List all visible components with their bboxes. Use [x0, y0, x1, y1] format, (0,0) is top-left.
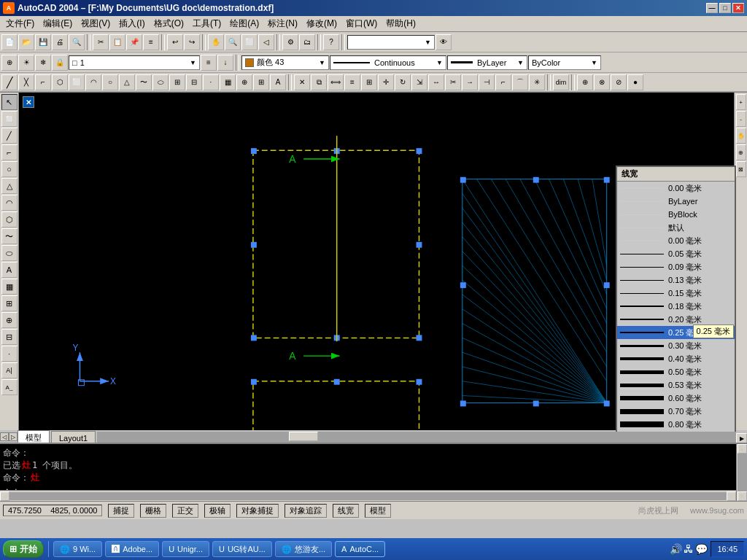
- undo-button[interactable]: ↩: [167, 34, 183, 50]
- cmd-hscroll[interactable]: ◁ ▷: [0, 490, 736, 501]
- cut-button[interactable]: ✂: [93, 34, 109, 50]
- print-preview-button[interactable]: 🔍: [69, 34, 85, 50]
- lw-item-060[interactable]: 0.60 毫米: [617, 392, 735, 405]
- horizontal-scrollbar[interactable]: ◁ ▷ 模型 Layout1 ▶: [0, 432, 747, 443]
- lw-item-018[interactable]: 0.18 毫米: [617, 300, 735, 313]
- zoom-previous-button[interactable]: ◁: [258, 34, 274, 50]
- layer-manager-button[interactable]: ⊕: [1, 55, 18, 71]
- ellipse-button[interactable]: ⬭: [152, 74, 169, 90]
- properties-button[interactable]: ⚙: [282, 34, 298, 50]
- menu-file[interactable]: 文件(F): [1, 16, 39, 31]
- lw-item-005[interactable]: 0.05 毫米: [617, 247, 735, 260]
- mirror-button[interactable]: ⟺: [328, 74, 344, 90]
- lw-item-080[interactable]: 0.80 毫米: [617, 418, 735, 431]
- cmd-hscroll-track[interactable]: [9, 492, 727, 500]
- lt-btn-4[interactable]: ⌐: [1, 144, 18, 160]
- point-button[interactable]: ·: [203, 74, 219, 90]
- copy-obj-button[interactable]: ⧉: [311, 74, 327, 90]
- zoom-realtime-button[interactable]: 🔍: [225, 34, 241, 50]
- lt-btn-3[interactable]: ╱: [1, 128, 18, 144]
- lt-btn-15[interactable]: ⊟: [1, 329, 18, 345]
- lt-btn-5[interactable]: ○: [1, 161, 18, 177]
- lw-item-byblock[interactable]: ByBlock: [617, 208, 735, 221]
- lt-btn-18[interactable]: A_: [1, 379, 18, 395]
- menu-draw[interactable]: 绘图(A): [225, 16, 263, 31]
- lw-item-bylayer[interactable]: ByLayer: [617, 195, 735, 208]
- copy-button[interactable]: 📋: [109, 34, 125, 50]
- lineweight-select[interactable]: ByLayer ▼: [447, 55, 527, 70]
- cmd-hscroll-right[interactable]: ▷: [727, 491, 736, 501]
- model-button[interactable]: 模型: [365, 504, 391, 518]
- lw-item-0[interactable]: 0.00 毫米: [617, 182, 735, 195]
- taskbar-item-5[interactable]: A AutoC...: [335, 541, 385, 557]
- menu-window[interactable]: 窗口(W): [341, 16, 382, 31]
- restore-button[interactable]: □: [719, 3, 731, 13]
- cmd-vscroll[interactable]: ▲ ▼: [736, 444, 747, 501]
- cursor-tool[interactable]: ↖: [1, 94, 18, 110]
- mtext-button[interactable]: A: [270, 74, 286, 90]
- pan-button[interactable]: ✋: [208, 34, 224, 50]
- xline-button[interactable]: ╳: [18, 74, 34, 90]
- circle-button[interactable]: ○: [102, 74, 118, 90]
- cmd-scroll-up[interactable]: ▲: [738, 444, 747, 454]
- lt-btn-7[interactable]: ◠: [1, 195, 18, 211]
- tab-left-btn[interactable]: ◁: [0, 432, 9, 441]
- erase-button[interactable]: ✕: [294, 74, 310, 90]
- layer-prev-button[interactable]: ≡: [201, 55, 217, 71]
- extra-btn1[interactable]: ⊕: [577, 74, 593, 90]
- move-button[interactable]: ✛: [378, 74, 394, 90]
- lt-btn-2[interactable]: ⬜: [1, 111, 18, 127]
- lineweight-dropdown[interactable]: 线宽 0.00 毫米 ByLayer ByBlock 默认: [616, 166, 736, 432]
- lw-item-070[interactable]: 0.70 毫米: [617, 405, 735, 418]
- menu-tools[interactable]: 工具(T): [188, 16, 225, 31]
- new-button[interactable]: 📄: [1, 34, 18, 50]
- open-button[interactable]: 📂: [18, 34, 34, 50]
- stretch-button[interactable]: ↔: [428, 74, 444, 90]
- lt-btn-6[interactable]: △: [1, 178, 18, 194]
- chamfer-button[interactable]: ⌐: [495, 74, 511, 90]
- extend-button[interactable]: →: [462, 74, 478, 90]
- lt-btn-10[interactable]: ⬭: [1, 245, 18, 261]
- lt-btn-11[interactable]: A: [1, 262, 18, 278]
- hatch-button[interactable]: ▦: [220, 74, 236, 90]
- plot-select[interactable]: ByColor ▼: [528, 55, 601, 70]
- lt-btn-12[interactable]: ▦: [1, 279, 18, 295]
- line-button[interactable]: ╱: [1, 74, 18, 90]
- lw-item-default[interactable]: 默认: [617, 221, 735, 234]
- region-button[interactable]: ⊕: [236, 74, 252, 90]
- cmd-scroll-track[interactable]: [738, 454, 747, 491]
- lt-btn-17[interactable]: A|: [1, 362, 18, 378]
- polar-button[interactable]: 极轴: [204, 504, 231, 518]
- menu-help[interactable]: 帮助(H): [382, 16, 420, 31]
- lt-btn-13[interactable]: ⊞: [1, 295, 18, 311]
- zoom-window-button[interactable]: ⬜: [241, 34, 258, 50]
- lw-item-090[interactable]: 0.90 毫米: [617, 431, 735, 432]
- lt-btn-9[interactable]: 〜: [1, 228, 18, 244]
- spline-button[interactable]: 〜: [136, 74, 152, 90]
- help-button[interactable]: ?: [323, 34, 339, 50]
- tray-icon-2[interactable]: 🖧: [684, 543, 694, 555]
- revision-button[interactable]: △: [119, 74, 135, 90]
- extra-btn2[interactable]: ⊗: [594, 74, 610, 90]
- lwt-button[interactable]: 线宽: [333, 504, 359, 518]
- menu-view[interactable]: 视图(V): [77, 16, 115, 31]
- lw-item-040[interactable]: 0.40 毫米: [617, 352, 735, 365]
- start-button[interactable]: ⊞ 开始: [3, 540, 44, 558]
- array-button[interactable]: ⊞: [361, 74, 377, 90]
- grid-button[interactable]: 栅格: [140, 504, 166, 518]
- taskbar-item-3[interactable]: U UG转AU...: [212, 541, 272, 557]
- extra-btn3[interactable]: ⊘: [611, 74, 627, 90]
- trim-button[interactable]: ✂: [445, 74, 461, 90]
- osnap-button[interactable]: 对象捕捉: [236, 504, 279, 518]
- ortho-button[interactable]: 正交: [172, 504, 198, 518]
- designcenter-button[interactable]: 🗂: [299, 34, 315, 50]
- lw-item-050[interactable]: 0.50 毫米: [617, 365, 735, 378]
- lt-btn-14[interactable]: ⊕: [1, 312, 18, 328]
- fillet-button[interactable]: ⌒: [512, 74, 528, 90]
- cmd-hscroll-left[interactable]: ◁: [0, 491, 9, 501]
- save-button[interactable]: 💾: [35, 34, 51, 50]
- taskbar-item-4[interactable]: 🌐 悠游友...: [275, 541, 332, 557]
- rectangle-button[interactable]: ⬜: [69, 74, 85, 90]
- paste-button[interactable]: 📌: [126, 34, 142, 50]
- break-button[interactable]: ⊣: [479, 74, 495, 90]
